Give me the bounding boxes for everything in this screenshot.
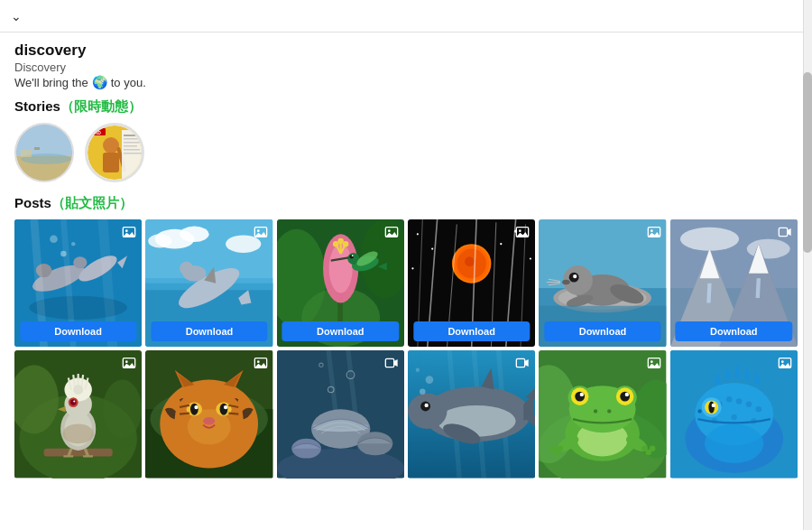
svg-point-61 <box>337 238 344 245</box>
svg-point-142 <box>70 400 77 406</box>
svg-point-145 <box>62 424 94 444</box>
svg-point-143 <box>73 401 75 403</box>
svg-point-115 <box>746 239 789 259</box>
svg-point-237 <box>651 361 653 364</box>
story-item[interactable] <box>14 123 74 182</box>
download-button[interactable]: Download <box>282 321 399 341</box>
tagline-end: to you. <box>111 76 146 89</box>
profile-tagline: We'll bring the 🌍 to you. <box>14 75 798 89</box>
profile-section: discovery Discovery We'll bring the 🌍 to… <box>14 42 798 89</box>
svg-rect-4 <box>34 147 40 150</box>
svg-point-60 <box>333 241 339 247</box>
photo-icon <box>254 225 268 242</box>
svg-point-140 <box>73 385 83 395</box>
post-item[interactable] <box>14 350 142 478</box>
story-person-svg: RAD <box>88 126 142 180</box>
svg-rect-9 <box>122 130 142 180</box>
download-button[interactable]: Download <box>413 321 530 341</box>
post-item[interactable] <box>145 350 272 478</box>
posts-grid: Download <box>14 219 798 479</box>
photo-icon <box>647 225 661 242</box>
svg-point-68 <box>351 255 353 256</box>
post-item[interactable]: Download <box>408 219 535 347</box>
photo-icon <box>122 356 136 373</box>
photo-icon <box>254 356 268 373</box>
scrollbar-thumb[interactable] <box>803 72 812 253</box>
post-item[interactable]: Download <box>670 219 798 347</box>
svg-point-151 <box>125 361 128 364</box>
svg-line-169 <box>229 414 239 414</box>
svg-point-161 <box>190 404 198 415</box>
svg-marker-265 <box>779 363 790 367</box>
svg-line-167 <box>180 414 189 414</box>
svg-point-77 <box>465 256 475 266</box>
svg-point-114 <box>680 228 739 251</box>
svg-marker-34 <box>124 232 135 237</box>
video-icon <box>778 225 792 242</box>
svg-point-225 <box>625 393 629 396</box>
post-item[interactable] <box>408 350 535 478</box>
svg-rect-15 <box>124 153 142 154</box>
svg-point-222 <box>576 392 586 402</box>
main-content: discovery Discovery We'll bring the 🌍 to… <box>0 33 812 530</box>
stories-row: RAD <box>14 123 798 182</box>
svg-rect-7 <box>103 153 119 172</box>
svg-point-235 <box>650 446 656 452</box>
svg-point-6 <box>103 137 119 153</box>
download-button[interactable]: Download <box>151 321 267 341</box>
svg-point-101 <box>573 274 577 278</box>
stories-header: Stories（限時動態） <box>14 98 798 116</box>
tagline-text: We'll bring the <box>14 76 88 89</box>
svg-point-24 <box>73 256 87 268</box>
post-item[interactable]: Download <box>14 219 142 347</box>
globe-icon: 🌍 <box>92 75 107 89</box>
svg-point-129 <box>103 380 142 439</box>
profile-displayname: Discovery <box>14 60 798 74</box>
photo-icon <box>778 356 792 373</box>
download-button[interactable]: Download <box>676 321 792 341</box>
svg-point-92 <box>519 229 521 232</box>
svg-point-260 <box>711 404 715 407</box>
svg-point-255 <box>731 414 737 421</box>
post-item[interactable]: Download <box>277 219 404 347</box>
download-button[interactable]: Download <box>20 321 136 341</box>
svg-rect-13 <box>124 145 137 147</box>
svg-rect-11 <box>124 138 140 140</box>
svg-point-28 <box>50 235 58 243</box>
post-item[interactable]: Download <box>539 219 666 347</box>
svg-rect-124 <box>779 228 787 236</box>
svg-point-33 <box>125 229 128 232</box>
svg-marker-93 <box>517 232 529 237</box>
svg-point-227 <box>607 410 611 414</box>
svg-text:RAD: RAD <box>91 130 101 135</box>
post-item[interactable] <box>539 350 666 478</box>
post-item[interactable] <box>670 350 798 478</box>
svg-point-110 <box>651 229 653 232</box>
profile-username: discovery <box>14 42 798 60</box>
svg-point-102 <box>562 280 570 284</box>
svg-rect-3 <box>21 150 32 157</box>
story-item[interactable]: RAD <box>85 123 144 182</box>
svg-point-259 <box>708 402 715 414</box>
svg-rect-209 <box>517 359 525 367</box>
scrollbar[interactable] <box>803 0 812 530</box>
chevron-icon[interactable]: ⌄ <box>11 9 22 23</box>
svg-point-185 <box>357 432 392 456</box>
post-item[interactable] <box>277 350 404 478</box>
svg-marker-72 <box>385 232 397 237</box>
svg-point-224 <box>580 393 584 396</box>
svg-rect-189 <box>385 359 393 367</box>
svg-point-48 <box>257 229 260 232</box>
post-item[interactable]: Download <box>145 219 272 347</box>
svg-point-162 <box>220 404 228 415</box>
svg-point-208 <box>416 368 420 372</box>
svg-point-232 <box>549 446 556 452</box>
video-icon <box>384 356 399 373</box>
photo-icon <box>515 225 530 242</box>
svg-point-39 <box>180 227 209 242</box>
svg-point-90 <box>530 257 531 259</box>
svg-point-261 <box>705 424 763 463</box>
download-button[interactable]: Download <box>544 321 660 341</box>
svg-point-165 <box>203 417 215 425</box>
svg-point-40 <box>149 234 172 247</box>
